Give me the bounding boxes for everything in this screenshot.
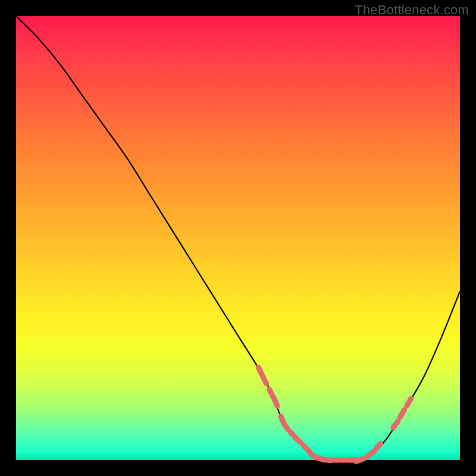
bottleneck-curve — [16, 16, 460, 461]
curve-marker — [407, 399, 411, 406]
curve-marker — [356, 459, 364, 462]
curve-markers — [258, 368, 411, 462]
curve-marker — [393, 421, 398, 428]
chart-area — [16, 16, 460, 460]
curve-marker — [274, 399, 277, 406]
curve-marker — [270, 390, 273, 397]
watermark-text: TheBottleneck.com — [355, 2, 469, 18]
curve-marker — [375, 443, 380, 450]
curve-marker — [263, 376, 267, 384]
curve-marker — [295, 437, 301, 443]
curve-marker — [283, 423, 288, 430]
chart-svg — [16, 16, 460, 460]
curve-marker — [258, 368, 262, 375]
curve-marker — [400, 410, 404, 417]
